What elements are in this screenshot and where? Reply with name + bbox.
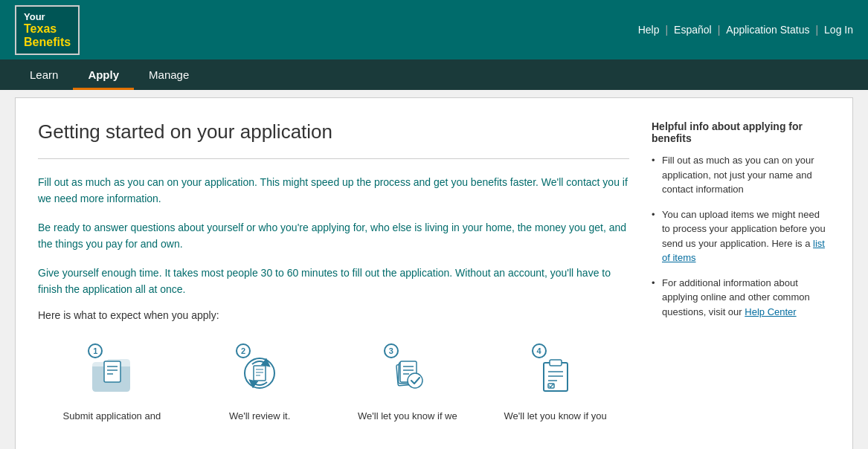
sidebar-item-3: For additional information about applyin… [652,276,830,320]
step-3-icon-wrap: 3 [378,343,437,403]
step-4-label: We'll let you know if you [504,410,607,421]
step-2: 2 [186,336,334,429]
svg-rect-17 [550,360,562,366]
svg-point-15 [408,373,422,388]
step-1-label: Submit application and [63,410,161,421]
sidebar-item-1: Fill out as much as you can on your appl… [652,153,830,197]
content-left: Getting started on your application Fill… [38,120,629,429]
step-3: 3 We'll let you know if we [334,336,482,429]
page-title: Getting started on your application [38,120,629,143]
sidebar-item-2: You can upload items we might need to pr… [652,207,830,265]
step-4-number: 4 [532,343,547,358]
sep3: | [815,24,818,36]
logo[interactable]: Your Texas Benefits [15,5,80,55]
sidebar-title: Helpful info about applying for benefits [652,120,830,144]
main-content: Getting started on your application Fill… [15,97,853,449]
step-1-icon-wrap: 1 [82,343,141,403]
login-link[interactable]: Log In [824,24,853,36]
logo-texas: Texas [24,22,57,36]
sidebar-list: Fill out as much as you can on your appl… [652,153,830,319]
divider [38,158,629,159]
step-4: 4 We'll let you kn [481,336,629,429]
expect-text: Here is what to expect when you apply: [38,309,629,321]
intro-para-3: Give yourself enough time. It takes most… [38,265,629,298]
list-of-items-link[interactable]: list of items [662,238,825,264]
svg-rect-5 [254,366,266,381]
intro-para-1: Fill out as much as you can on your appl… [38,174,629,207]
sidebar: Helpful info about applying for benefits… [652,120,830,429]
step-2-label: We'll review it. [229,410,290,421]
sep2: | [718,24,721,36]
step-4-icon-wrap: 4 [526,343,585,403]
tab-manage[interactable]: Manage [134,59,204,90]
header-nav: Help | Español | Application Status | Lo… [638,24,853,36]
sep1: | [665,24,668,36]
logo-benefits: Benefits [24,36,71,49]
step-1: 1 Submit application and [38,336,186,429]
svg-rect-0 [104,361,120,382]
step-3-label: We'll let you know if we [358,410,457,421]
help-center-link[interactable]: Help Center [745,306,796,317]
sidebar-item-1-text: Fill out as much as you can on your appl… [662,155,814,195]
steps-row: 1 Submit application and [38,336,629,429]
espanol-link[interactable]: Español [674,24,712,36]
application-status-link[interactable]: Application Status [726,24,809,36]
header: Your Texas Benefits Help | Español | App… [0,0,868,59]
tab-apply[interactable]: Apply [73,59,134,90]
intro-para-2: Be ready to answer questions about yours… [38,219,629,253]
tab-navigation: Learn Apply Manage [0,59,868,90]
svg-rect-16 [544,363,568,391]
help-link[interactable]: Help [638,24,660,36]
step-2-icon-wrap: 2 [230,343,289,403]
logo-your: Your [24,11,45,22]
tab-learn[interactable]: Learn [15,59,73,90]
